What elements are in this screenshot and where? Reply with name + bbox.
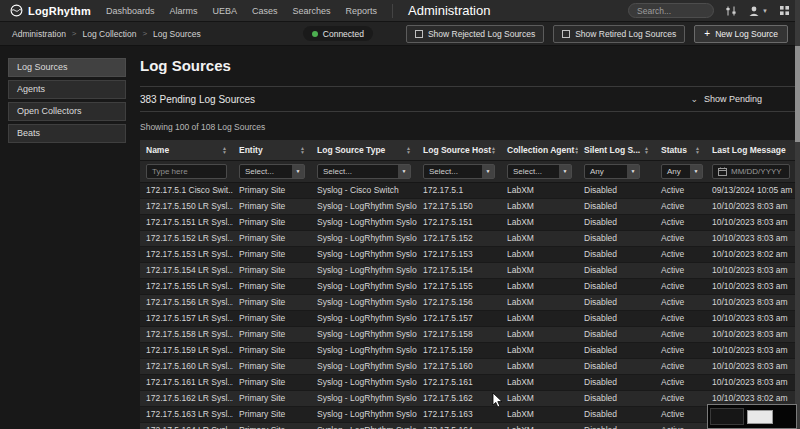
table-cell: LabXM [501,326,578,342]
show-pending-label: Show Pending [704,94,762,104]
table-cell: LabXM [501,294,578,310]
sidebar: Log Sources Agents Open Collectors Beats [8,54,126,429]
column-header-name[interactable]: Name▲▼ [140,140,233,160]
status-filter-select[interactable]: Any▼ [661,164,703,179]
table-cell: Syslog - LogRhythm Syslog Ge... [311,342,417,358]
table-cell: 10/10/2023 8:03 am [706,310,796,326]
nav-item-administration[interactable]: Administration [408,3,490,18]
table-row[interactable]: 172.17.5.161 LR Sysl...Primary SiteSyslo… [140,374,796,390]
table-header-row: Name▲▼ Entity▲▼ Log Source Type▲▼ Log So… [140,140,796,160]
nav-item-ueba[interactable]: UEBA [212,6,237,16]
table-row[interactable]: 172.17.5.150 LR Sysl...Primary SiteSyslo… [140,198,796,214]
table-row[interactable]: 172.17.5.164 LR Sysl...Primary SiteSyslo… [140,422,796,429]
sidebar-item-agents[interactable]: Agents [8,80,126,99]
entity-filter-select[interactable]: Select...▼ [239,164,305,179]
vertical-scrollbar[interactable] [795,0,800,429]
silent-log-filter-select[interactable]: Any▼ [584,164,640,179]
table-cell: Active [655,294,706,310]
table-cell: Primary Site [233,390,311,406]
table-row[interactable]: 172.17.5.151 LR Sysl...Primary SiteSyslo… [140,214,796,230]
table-row[interactable]: 172.17.5.1 Cisco Swit...Primary SiteSysl… [140,182,796,198]
table-cell: LabXM [501,230,578,246]
table-cell: Active [655,230,706,246]
table-cell: Syslog - LogRhythm Syslog Ge... [311,326,417,342]
sort-icon[interactable]: ▲▼ [695,146,700,154]
new-log-source-label: New Log Source [715,29,778,39]
column-header-log-source-type[interactable]: Log Source Type▲▼ [311,140,417,160]
nav-item-reports[interactable]: Reports [346,6,378,16]
column-header-log-source-host[interactable]: Log Source Host▲▼ [417,140,501,160]
table-cell: Primary Site [233,326,311,342]
table-row[interactable]: 172.17.5.156 LR Sysl...Primary SiteSyslo… [140,294,796,310]
breadcrumb-log-sources[interactable]: Log Sources [153,29,201,39]
table-cell: Primary Site [233,422,311,429]
table-row[interactable]: 172.17.5.155 LR Sysl...Primary SiteSyslo… [140,278,796,294]
sort-icon[interactable]: ▲▼ [406,146,411,154]
sidebar-item-open-collectors[interactable]: Open Collectors [8,102,126,121]
apps-grid-icon[interactable] [779,5,790,16]
table-cell: Syslog - LogRhythm Syslog Ge... [311,246,417,262]
table-row[interactable]: 172.17.5.157 LR Sysl...Primary SiteSyslo… [140,310,796,326]
table-cell: 172.17.5.160 [417,358,501,374]
nav-item-alarms[interactable]: Alarms [169,6,197,16]
table-cell: Syslog - LogRhythm Syslog Ge... [311,278,417,294]
table-cell: Syslog - LogRhythm Syslog Ge... [311,358,417,374]
checkbox-icon[interactable] [562,30,570,38]
caret-down-icon: ▼ [762,8,768,14]
table-cell: LabXM [501,278,578,294]
nav-item-dashboards[interactable]: Dashboards [106,6,155,16]
sort-icon[interactable]: ▲▼ [300,146,305,154]
column-header-silent-log-source[interactable]: Silent Log S...▲▼ [578,140,655,160]
nav-item-cases[interactable]: Cases [252,6,278,16]
checkbox-icon[interactable] [415,30,423,38]
sidebar-item-log-sources[interactable]: Log Sources [8,58,126,77]
table-row[interactable]: 172.17.5.153 LR Sysl...Primary SiteSyslo… [140,246,796,262]
table-cell: Syslog - LogRhythm Syslog Ge... [311,422,417,429]
show-pending-toggle[interactable]: ⌄ Show Pending [690,94,762,104]
log-source-type-filter-select[interactable]: Select...▼ [317,164,411,179]
name-filter-input[interactable]: Type here [146,164,227,179]
table-cell: Primary Site [233,358,311,374]
table-row[interactable]: 172.17.5.163 LR Sysl...Primary SiteSyslo… [140,406,796,422]
column-header-status[interactable]: Status▲▼ [655,140,706,160]
table-row[interactable]: 172.17.5.159 LR Sysl...Primary SiteSyslo… [140,342,796,358]
nav-item-searches[interactable]: Searches [292,6,330,16]
last-log-date-filter[interactable]: MM/DD/YYYY [712,164,790,179]
breadcrumb-log-collection[interactable]: Log Collection [83,29,137,39]
nav-divider [392,4,393,18]
new-log-source-button[interactable]: + New Log Source [694,25,788,43]
table-row[interactable]: 172.17.5.154 LR Sysl...Primary SiteSyslo… [140,262,796,278]
showing-count-label: Showing 100 of 108 Log Sources [140,122,796,132]
table-cell: 10/10/2023 8:03 am [706,230,796,246]
table-cell: Active [655,326,706,342]
sort-icon[interactable]: ▲▼ [644,146,649,154]
log-source-host-filter-select[interactable]: Select...▼ [423,164,495,179]
breadcrumb-administration[interactable]: Administration [12,29,66,39]
sort-icon[interactable]: ▲▼ [491,146,496,154]
sidebar-item-beats[interactable]: Beats [8,124,126,143]
table-cell: 10/10/2023 8:03 am [706,278,796,294]
table-row[interactable]: 172.17.5.160 LR Sysl...Primary SiteSyslo… [140,358,796,374]
table-row[interactable]: 172.17.5.162 LR Sysl...Primary SiteSyslo… [140,390,796,406]
table-cell: LabXM [501,374,578,390]
column-header-last-log-message[interactable]: Last Log Message [706,140,796,160]
show-retired-checkbox-button[interactable]: Show Retired Log Sources [553,25,685,43]
logrhythm-brand[interactable]: LogRhythm [10,4,91,17]
show-rejected-checkbox-button[interactable]: Show Rejected Log Sources [406,25,544,43]
search-input[interactable]: Search... [628,3,714,18]
caret-down-icon: ▼ [482,165,494,178]
table-row[interactable]: 172.17.5.158 LR Sysl...Primary SiteSyslo… [140,326,796,342]
column-header-collection-agent[interactable]: Collection Agent▲▼ [501,140,578,160]
sort-icon[interactable]: ▲▼ [574,146,578,154]
collection-agent-filter-select[interactable]: Select...▼ [507,164,572,179]
table-cell: Active [655,182,706,198]
user-menu-icon[interactable]: ▼ [748,5,768,17]
table-cell: LabXM [501,390,578,406]
column-header-entity[interactable]: Entity▲▼ [233,140,311,160]
table-row[interactable]: 172.17.5.152 LR Sysl...Primary SiteSyslo… [140,230,796,246]
table-cell: Active [655,422,706,429]
sort-icon[interactable]: ▲▼ [222,146,227,154]
filter-sliders-icon[interactable] [725,5,737,17]
table-cell: Primary Site [233,246,311,262]
scrollbar-thumb[interactable] [795,46,800,142]
